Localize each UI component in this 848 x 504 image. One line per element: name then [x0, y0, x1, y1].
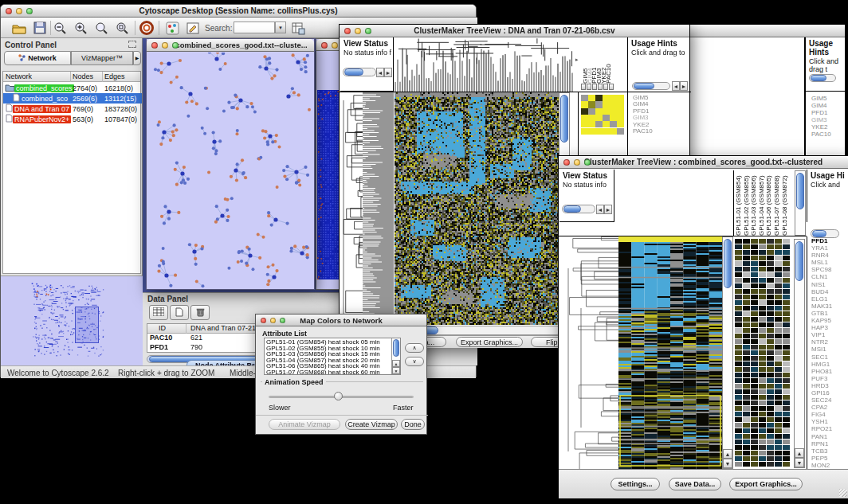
minimize-icon[interactable]: [332, 42, 338, 49]
scroll-left-button[interactable]: ◄: [672, 81, 680, 91]
heatmap-view[interactable]: [395, 92, 559, 325]
gene-label[interactable]: PEP5: [809, 455, 832, 462]
zoom-selected-icon[interactable]: [93, 20, 111, 36]
gene-label[interactable]: NIS1: [809, 281, 832, 288]
birdseye-panel[interactable]: [1, 275, 143, 365]
row-dendrogram[interactable]: [560, 236, 618, 469]
column-label[interactable]: GPL51-06 (GSM865): [765, 175, 772, 236]
scroll-right-button[interactable]: ►: [604, 205, 612, 214]
close-icon[interactable]: [321, 42, 328, 49]
tab-network[interactable]: Network: [4, 51, 71, 65]
gene-label[interactable]: YKE2: [809, 123, 831, 131]
matrix-cell[interactable]: [588, 121, 595, 127]
matrix-cell[interactable]: [581, 108, 588, 115]
gene-label[interactable]: RPN1: [809, 440, 832, 447]
zoom-out-icon[interactable]: [52, 20, 69, 36]
treeview-combined-titlebar[interactable]: ClusterMaker TreeView : combined_scores_…: [559, 156, 848, 169]
matrix-cell[interactable]: [617, 121, 624, 127]
gene-label[interactable]: PHO81: [809, 368, 832, 375]
zoom-window-icon[interactable]: [280, 318, 285, 323]
close-icon[interactable]: [344, 28, 351, 34]
gene-label[interactable]: MAK31: [809, 303, 832, 310]
gene-label[interactable]: GPI16: [809, 389, 832, 397]
close-icon[interactable]: [151, 42, 158, 49]
gene-label[interactable]: CPA2: [809, 404, 832, 411]
column-dendrogram[interactable]: [395, 38, 575, 92]
vscroll-thumb[interactable]: [795, 241, 803, 281]
gene-label[interactable]: HAP3: [809, 324, 832, 331]
minimize-icon[interactable]: [270, 318, 276, 323]
col-nodes[interactable]: Nodes: [73, 72, 93, 80]
matrix-cell[interactable]: [595, 101, 603, 107]
scroll-left-button[interactable]: ◄: [376, 68, 384, 77]
matrix-cell[interactable]: [617, 128, 624, 135]
settings-button[interactable]: Settings...: [610, 478, 660, 490]
gene-label[interactable]: PUF3: [809, 375, 832, 382]
network-table-header[interactable]: Network Nodes Edges: [3, 72, 140, 82]
zoom-tool-icon[interactable]: [592, 84, 597, 90]
zoom-window-icon[interactable]: [26, 8, 33, 14]
gene-label[interactable]: GIM5: [809, 95, 831, 102]
gene-label[interactable]: CLN1: [809, 273, 832, 280]
save-icon[interactable]: [31, 20, 49, 36]
matrix-cell[interactable]: [581, 115, 588, 121]
matrix-cell[interactable]: [603, 128, 610, 135]
view-status-scrollbar[interactable]: [343, 68, 376, 76]
birdseye-thumbnail[interactable]: [23, 281, 120, 361]
gene-label[interactable]: RNR4: [809, 252, 832, 259]
matrix-cell[interactable]: [610, 101, 617, 107]
correlation-matrix[interactable]: [581, 95, 624, 135]
matrix-cell[interactable]: [603, 121, 610, 127]
open-icon[interactable]: [10, 20, 28, 36]
close-icon[interactable]: [563, 159, 570, 166]
matrix-cell[interactable]: [603, 108, 610, 115]
zoom-tool-icon[interactable]: [598, 84, 603, 90]
save-data-button[interactable]: Save Data...: [669, 478, 721, 490]
tab-vizmapper[interactable]: VizMapper™: [71, 51, 133, 65]
heatmap-vscrollbar[interactable]: ▲ ▼: [722, 236, 733, 469]
main-titlebar[interactable]: Cytoscape Desktop (Session Name: collins…: [1, 5, 476, 18]
matrix-cell[interactable]: [595, 115, 603, 121]
gene-label[interactable]: GIM3: [809, 116, 831, 123]
listbox-vscrollbar[interactable]: ▲ ▼: [391, 338, 400, 374]
gene-label[interactable]: PAC10: [809, 131, 831, 138]
search-dropdown-button[interactable]: ▼: [275, 21, 286, 33]
gene-label[interactable]: GIM4: [809, 102, 831, 109]
network-row-selected[interactable]: combined_sco 2569(6) 13112(15): [3, 93, 142, 104]
matrix-cell[interactable]: [610, 108, 617, 115]
matrix-cell[interactable]: [588, 128, 595, 135]
matrix-cell[interactable]: [603, 115, 610, 121]
export-graphics-button[interactable]: Export Graphics...: [729, 478, 803, 490]
matrix-cell[interactable]: [610, 121, 617, 127]
column-label[interactable]: GPL51-03 (GSM856): [750, 175, 757, 236]
zoom-tool-icon[interactable]: [581, 84, 586, 90]
gene-label[interactable]: PAC10: [630, 128, 653, 135]
matrix-cell[interactable]: [588, 108, 595, 115]
col-network[interactable]: Network: [6, 72, 32, 80]
expander-icon[interactable]: ▸: [575, 57, 579, 63]
zoom-vscrollbar[interactable]: ▲ ▼: [794, 239, 805, 468]
id-column-header[interactable]: ID: [159, 324, 166, 332]
network-row[interactable]: RNAPuberNov2+ 563(0) 107847(0): [3, 114, 142, 124]
network-window-1-titlebar[interactable]: combined_scores_good.txt--cluste...: [147, 39, 314, 52]
matrix-cell[interactable]: [588, 95, 595, 101]
animate-vizmap-button[interactable]: Animate Vizmap: [269, 419, 340, 430]
col-edges[interactable]: Edges: [104, 72, 125, 80]
minimize-icon[interactable]: [574, 159, 580, 166]
column-label[interactable]: GPL51-08 (GSM872): [781, 175, 788, 236]
zoom-window-icon[interactable]: [365, 28, 371, 34]
close-icon[interactable]: [261, 318, 266, 323]
close-icon[interactable]: [6, 8, 12, 14]
gene-label[interactable]: PFD1: [809, 109, 831, 116]
gene-label[interactable]: KAP95: [809, 317, 832, 324]
network-graph-view[interactable]: [147, 53, 314, 290]
matrix-cell[interactable]: [595, 95, 603, 101]
select-attributes-button[interactable]: [149, 305, 168, 320]
matrix-cell[interactable]: [595, 128, 603, 135]
float-panel-icon[interactable]: [128, 41, 136, 48]
help-icon[interactable]: [138, 20, 155, 36]
zoom-tool-icon[interactable]: [587, 84, 591, 90]
zoom-fit-icon[interactable]: [114, 20, 132, 36]
scroll-right-button[interactable]: ►: [384, 68, 392, 77]
view-status-scrollbar[interactable]: [562, 205, 595, 213]
